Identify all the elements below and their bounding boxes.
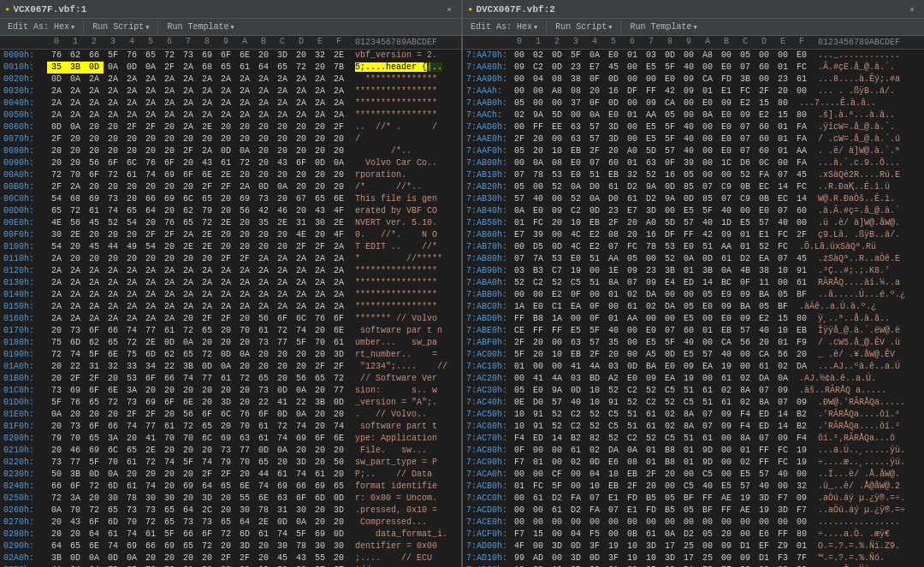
hex-byte[interactable]: 3D xyxy=(198,493,216,505)
hex-byte[interactable]: 2A xyxy=(216,97,235,109)
hex-byte[interactable]: 2F xyxy=(198,181,216,193)
hex-byte[interactable]: 42 xyxy=(254,205,273,217)
hex-byte[interactable]: 20 xyxy=(198,253,216,265)
hex-byte[interactable]: 00 xyxy=(773,517,792,529)
hex-byte[interactable]: 20 xyxy=(85,181,104,193)
hex-byte[interactable]: 2F xyxy=(311,241,329,253)
hex-byte[interactable]: 6F xyxy=(66,481,85,493)
hex-byte[interactable]: EA xyxy=(660,373,679,385)
hex-byte[interactable]: D2 xyxy=(566,505,585,517)
hex-byte[interactable]: 65 xyxy=(160,517,179,529)
hex-byte[interactable]: E5 xyxy=(566,325,585,337)
hex-byte[interactable]: 20 xyxy=(179,445,198,457)
hex-byte[interactable]: FF xyxy=(510,313,529,325)
hex-byte[interactable]: 20 xyxy=(104,373,122,385)
hex-byte[interactable]: 20 xyxy=(66,145,85,157)
hex-byte[interactable]: 76 xyxy=(122,50,141,62)
hex-byte[interactable]: E0 xyxy=(679,241,698,253)
hex-byte[interactable]: 20 xyxy=(122,229,141,241)
hex-byte[interactable]: 0A xyxy=(585,193,604,205)
hex-byte[interactable]: 3B xyxy=(311,397,329,409)
hex-byte[interactable]: C5 xyxy=(660,385,679,397)
hex-byte[interactable]: 0D xyxy=(273,409,292,421)
hex-byte[interactable]: 6D xyxy=(235,529,254,540)
hex-byte[interactable]: 01 xyxy=(773,121,792,133)
hex-row[interactable]: 7:AA70h:00020D5F0AE001030D00A800050000E0… xyxy=(463,50,924,62)
hex-byte[interactable]: 57 xyxy=(585,121,604,133)
hex-byte[interactable]: 3B xyxy=(179,361,198,373)
hex-byte[interactable]: 00 xyxy=(585,289,604,301)
hex-byte[interactable]: 0A xyxy=(585,109,604,121)
hex-byte[interactable]: 82 xyxy=(585,433,604,445)
hex-byte[interactable]: 73 xyxy=(141,505,160,517)
hex-row[interactable]: 01A0h:202231323334223B0D0A202020202F2F "… xyxy=(0,361,461,373)
hex-byte[interactable]: 20 xyxy=(311,445,329,457)
hex-byte[interactable]: 00 xyxy=(717,50,736,62)
hex-byte[interactable]: 5F xyxy=(698,205,717,217)
hex-byte[interactable]: 2E xyxy=(216,169,235,181)
hex-byte[interactable]: 6F xyxy=(292,493,311,505)
hex-byte[interactable]: 45 xyxy=(85,217,104,229)
hex-byte[interactable]: 40 xyxy=(604,325,623,337)
hex-byte[interactable]: 61 xyxy=(273,469,292,481)
hex-byte[interactable]: A0 xyxy=(623,145,642,157)
hex-byte[interactable]: 46 xyxy=(66,445,85,457)
hex-byte[interactable]: 2A xyxy=(292,97,311,109)
hex-byte[interactable]: 2E xyxy=(254,517,273,529)
hex-byte[interactable]: 6C xyxy=(104,445,122,457)
hex-byte[interactable]: 05 xyxy=(679,301,698,313)
hex-byte[interactable]: C2 xyxy=(642,397,660,409)
hex-byte[interactable]: 2F xyxy=(329,121,348,133)
hex-byte[interactable]: 2A xyxy=(104,289,122,301)
hex-byte[interactable]: 2A xyxy=(141,313,160,325)
hex-byte[interactable]: 00 xyxy=(660,313,679,325)
hex-byte[interactable]: 0D xyxy=(623,361,642,373)
hex-byte[interactable]: 20 xyxy=(311,421,329,433)
hex-byte[interactable]: 20 xyxy=(198,552,216,564)
hex-byte[interactable]: 01 xyxy=(510,361,529,373)
hex-byte[interactable]: 01 xyxy=(510,217,529,229)
hex-byte[interactable]: 2E xyxy=(329,50,348,62)
hex-byte[interactable]: 00 xyxy=(792,217,811,229)
hex-byte[interactable]: F9 xyxy=(792,337,811,349)
hex-byte[interactable]: 20 xyxy=(292,145,311,157)
hex-byte[interactable]: 70 xyxy=(235,325,254,337)
hex-byte[interactable]: 2A xyxy=(235,277,254,289)
hex-byte[interactable]: 30 xyxy=(292,505,311,517)
hex-byte[interactable]: 5F xyxy=(292,337,311,349)
hex-byte[interactable]: 56 xyxy=(235,205,254,217)
hex-byte[interactable]: 20 xyxy=(141,217,160,229)
hex-byte[interactable]: 20 xyxy=(273,133,292,145)
hex-byte[interactable]: 2A xyxy=(273,86,292,97)
hex-byte[interactable]: 20 xyxy=(47,517,66,529)
hex-byte[interactable]: E1 xyxy=(717,86,736,97)
hex-row[interactable]: 0230h:503B0D0A202020202F2F204461746120P;… xyxy=(0,469,461,481)
hex-byte[interactable]: 0D xyxy=(566,385,585,397)
hex-byte[interactable]: 2A xyxy=(122,86,141,97)
hex-byte[interactable]: 3A xyxy=(104,433,122,445)
hex-byte[interactable]: 65 xyxy=(329,481,348,493)
hex-byte[interactable]: 2A xyxy=(329,277,348,289)
hex-byte[interactable]: 20 xyxy=(216,337,235,349)
hex-byte[interactable]: 09 xyxy=(773,433,792,445)
hex-byte[interactable]: FD xyxy=(623,493,642,505)
hex-byte[interactable]: 09 xyxy=(773,385,792,397)
hex-byte[interactable]: 09 xyxy=(642,277,660,289)
hex-byte[interactable]: 00 xyxy=(510,241,529,253)
hex-byte[interactable]: 2A xyxy=(198,109,216,121)
hex-byte[interactable]: 03 xyxy=(604,361,623,373)
hex-byte[interactable]: 20 xyxy=(66,241,85,253)
hex-byte[interactable]: 20 xyxy=(141,469,160,481)
hex-byte[interactable]: 0A xyxy=(623,445,642,457)
hex-byte[interactable]: 5F xyxy=(292,529,311,540)
hex-byte[interactable]: 5F xyxy=(660,121,679,133)
hex-byte[interactable]: FC xyxy=(623,241,642,253)
hex-byte[interactable]: 60 xyxy=(792,205,811,217)
hex-byte[interactable]: 2A xyxy=(198,265,216,277)
hex-byte[interactable]: DA xyxy=(660,301,679,313)
hex-byte[interactable]: 31 xyxy=(273,505,292,517)
hex-byte[interactable]: 00 xyxy=(736,205,755,217)
hex-row[interactable]: 0130h:2A2A2A2A2A2A2A2A2A2A2A2A2A2A2A2A**… xyxy=(0,277,461,289)
hex-row[interactable]: 7:AD00h:4F003D0D3F19103D17250009D1EFZ901… xyxy=(463,540,924,552)
hex-byte[interactable]: 77 xyxy=(273,337,292,349)
